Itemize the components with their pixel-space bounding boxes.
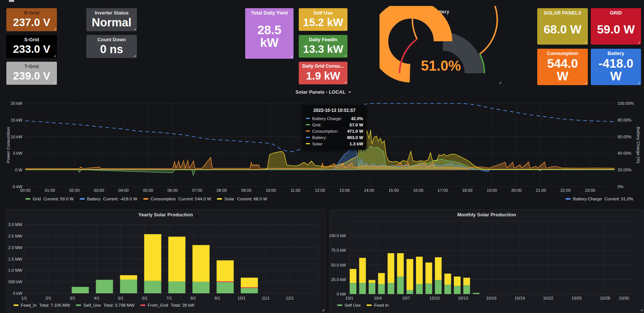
gauge-value: 51.0% xyxy=(379,58,502,74)
stat-r-grid: R-Grid 237.0 V xyxy=(6,8,57,31)
legend-item[interactable]: GridCurrent: 59.0 W xyxy=(25,196,74,201)
bar-segment xyxy=(217,260,234,281)
legend-item[interactable]: Feed_InTotal: 7.105 MW xyxy=(13,303,70,307)
stat-title: Total Daily Yield xyxy=(247,10,291,16)
yearly-chart-legend: Feed_InTotal: 7.105 MWSelf_UseTotal: 3.7… xyxy=(13,303,200,307)
bar-segment xyxy=(435,280,442,294)
legend-item[interactable]: Self_UseTotal: 3.798 MW xyxy=(76,303,134,307)
monthly-chart-legend: Self UseFeed In xyxy=(337,303,394,307)
legend-color-dash xyxy=(140,304,145,306)
yearly-chart-title: Yearly Solar Production xyxy=(6,212,325,217)
axis-tick-label: 18:00 xyxy=(462,188,472,193)
bar-segment xyxy=(359,258,366,283)
legend-item[interactable]: From_GridTotal: 28 kW xyxy=(140,303,194,307)
stat-value: 0 ns xyxy=(89,43,135,56)
axis-tick-label: 22:00 xyxy=(560,188,571,193)
left-axis-title: Power Consumtion xyxy=(6,127,10,163)
axis-tick-label: 12/1 xyxy=(286,296,294,300)
bar-segment xyxy=(120,275,137,280)
axis-tick-label: 11/1 xyxy=(262,296,270,300)
legend-item[interactable]: ConsumptionCurrent: 544.0 W xyxy=(143,196,211,201)
axis-tick-label: 01:00 xyxy=(45,188,55,193)
axis-tick-label: 500 kW xyxy=(9,280,23,284)
chart-tooltip: 2022-10-13 10:51:57Battery Charge:42.0%G… xyxy=(302,105,366,150)
tooltip-row: Solar:1.3 kW xyxy=(306,141,363,147)
stat-solar-panels: SOLAR PANELS 68.0 W xyxy=(537,8,588,45)
legend-item[interactable]: Self Use xyxy=(337,303,361,307)
axis-tick-label: 10/13 xyxy=(458,296,468,300)
axis-tick-label: 75.0 kW xyxy=(331,248,346,252)
tooltip-row: Consumption:471.0 W xyxy=(306,128,363,134)
stat-title: Inverter Status xyxy=(89,10,135,16)
axis-tick-label: 10/4 xyxy=(374,296,382,300)
bar-segment xyxy=(426,262,432,284)
stat-value: 28.5 kW xyxy=(247,16,291,57)
stat-title: S-Grid xyxy=(9,37,55,43)
main-chart-title: Solar Panels - LOCAL xyxy=(295,89,345,95)
axis-tick-label: 10/7 xyxy=(402,296,410,300)
main-chart-panel: Solar Panels - LOCAL 20 kW15 kW10 kW5 kW… xyxy=(5,89,641,203)
bar-segment xyxy=(350,283,356,294)
axis-tick-label: 17:00 xyxy=(438,188,448,193)
axis-tick-label: 8/1 xyxy=(190,296,196,300)
bar-segment xyxy=(397,253,404,277)
bar-segment xyxy=(168,237,185,281)
bar-segment xyxy=(241,288,258,293)
bar-segment xyxy=(144,281,161,293)
legend-color-dash xyxy=(337,304,342,306)
axis-tick-label: 10/28 xyxy=(600,296,610,300)
legend-item[interactable]: Feed In xyxy=(366,303,388,307)
axis-tick-label: 2.0 MW xyxy=(8,245,23,250)
bar-segment xyxy=(454,277,461,286)
panel-title-dropdown[interactable]: Solar Panels - LOCAL xyxy=(5,89,641,95)
bar-segment xyxy=(388,253,394,283)
bar-segment xyxy=(192,282,209,293)
bar-segment xyxy=(463,278,470,285)
axis-tick-label: 10:00 xyxy=(266,188,276,193)
bar-segment xyxy=(445,285,451,294)
axis-tick-label: 09:00 xyxy=(241,188,251,193)
monthly-bar-chart: 10/110/410/710/1010/1310/1610/1910/2210/… xyxy=(330,219,644,303)
tooltip-row: Battery:803.0 W xyxy=(306,134,363,141)
stat-title: Battery xyxy=(595,51,637,57)
legend-item[interactable]: BatteryCurrent: -418.0 W xyxy=(80,196,137,201)
stat-battery: Battery -418.0 W xyxy=(591,49,641,85)
bar-segment xyxy=(168,281,185,293)
bar-segment xyxy=(378,273,385,284)
axis-tick-label: 60.00% xyxy=(618,135,632,139)
axis-tick-label: 1/1 xyxy=(21,296,27,300)
axis-tick-label: 11:00 xyxy=(291,188,301,193)
axis-tick-label: 1.0 MW xyxy=(8,268,23,272)
main-chart-legend: GridCurrent: 59.0 WBatteryCurrent: -418.… xyxy=(25,196,273,201)
axis-tick-label: 14:00 xyxy=(364,188,374,193)
axis-tick-label: 21:00 xyxy=(536,188,546,193)
legend-color-dash xyxy=(143,198,148,200)
axis-tick-label: 10/22 xyxy=(543,296,554,300)
bar-segment xyxy=(407,259,413,290)
bar-segment xyxy=(241,278,258,287)
stat-value: 233.0 V xyxy=(9,43,55,56)
legend-color-dash xyxy=(80,198,85,200)
stat-t-grid: T-Grid 239.0 V xyxy=(6,62,57,85)
axis-tick-label: 05:00 xyxy=(143,188,153,193)
yearly-bar-chart: 3.0 MW2.5 MW2.0 MW1.5 MW1.0 MW500 kW0 kW… xyxy=(6,219,325,303)
monthly-chart-title: Monthly Solar Production xyxy=(330,212,644,217)
axis-tick-label: 16:00 xyxy=(413,188,423,193)
axis-tick-label: 80.00% xyxy=(618,118,632,122)
axis-tick-label: 1.5 MW xyxy=(8,257,23,261)
stat-title: Daily Grid Consu... xyxy=(301,64,345,70)
stat-title: R-Grid xyxy=(9,10,55,16)
legend-color-dash xyxy=(217,198,222,200)
tooltip-timestamp: 2022-10-13 10:51:57 xyxy=(306,108,363,113)
axis-tick-label: 25.0 kW xyxy=(331,277,346,282)
bar-segment xyxy=(359,283,366,294)
legend-item[interactable]: SolarCurrent: 68.0 W xyxy=(217,196,267,201)
bar-segment xyxy=(144,234,161,281)
bar-segment xyxy=(445,274,451,285)
top-edge-artifact xyxy=(9,0,14,2)
axis-tick-label: 50.0 kW xyxy=(331,263,346,267)
stat-title: GRID xyxy=(593,10,639,16)
axis-tick-label: 10/25 xyxy=(571,296,582,300)
stat-title: Self Use xyxy=(301,10,345,16)
legend-item[interactable]: Battery ChargeCurrent: 51.0% xyxy=(565,196,633,201)
